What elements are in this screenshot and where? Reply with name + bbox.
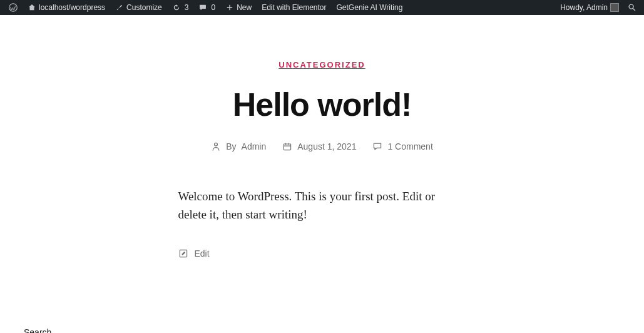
comments-count: 0 xyxy=(211,3,215,12)
svg-point-1 xyxy=(629,4,633,9)
svg-point-2 xyxy=(215,143,218,146)
admin-bar-right: Howdy, Admin xyxy=(555,0,640,15)
post-content: Welcome to WordPress. This is your first… xyxy=(178,188,466,223)
site-name-text: localhost/wordpress xyxy=(39,3,105,12)
account-link[interactable]: Howdy, Admin xyxy=(555,0,624,15)
customize-link[interactable]: Customize xyxy=(110,0,167,15)
post-date-text: August 1, 2021 xyxy=(297,141,356,151)
post-title: Hello world! xyxy=(97,87,548,123)
updates-link[interactable]: 3 xyxy=(167,0,194,15)
edit-icon xyxy=(178,248,188,259)
post-author: By Admin xyxy=(211,141,266,151)
post-comments-link[interactable]: 1 Comment xyxy=(372,141,432,151)
getgenie-link[interactable]: GetGenie AI Writing xyxy=(332,0,408,15)
edit-label: Edit xyxy=(195,248,210,259)
plus-icon xyxy=(225,3,234,12)
admin-search-button[interactable] xyxy=(624,0,640,15)
home-icon xyxy=(28,3,36,12)
updates-count: 3 xyxy=(185,3,189,12)
comment-bubble-icon xyxy=(198,3,207,12)
wp-admin-bar: localhost/wordpress Customize 3 0 New Ed… xyxy=(0,0,644,15)
brush-icon xyxy=(115,3,124,12)
search-heading: Search xyxy=(24,327,644,333)
post-category-link[interactable]: UNCATEGORIZED xyxy=(279,60,365,69)
edit-post-link[interactable]: Edit xyxy=(178,248,466,259)
elementor-label: Edit with Elementor xyxy=(262,3,326,12)
svg-rect-3 xyxy=(284,144,291,150)
post-author-link[interactable]: Admin xyxy=(242,141,267,151)
site-name-link[interactable]: localhost/wordpress xyxy=(23,0,110,15)
new-content-link[interactable]: New xyxy=(220,0,257,15)
wp-logo[interactable] xyxy=(4,0,23,15)
post-body: Welcome to WordPress. This is your first… xyxy=(178,188,466,259)
post-header: UNCATEGORIZED Hello world! By Admin Augu… xyxy=(97,15,548,151)
update-icon xyxy=(172,3,181,12)
post-date: August 1, 2021 xyxy=(282,141,356,151)
comment-icon xyxy=(372,141,382,151)
post-by-label: By xyxy=(226,141,236,151)
avatar xyxy=(610,3,619,12)
post-comment-count: 1 Comment xyxy=(387,141,432,151)
person-icon xyxy=(211,141,221,151)
comments-link[interactable]: 0 xyxy=(193,0,220,15)
post-meta: By Admin August 1, 2021 1 Comment xyxy=(97,141,548,151)
edit-with-elementor-link[interactable]: Edit with Elementor xyxy=(257,0,331,15)
howdy-text: Howdy, Admin xyxy=(560,3,608,12)
search-icon xyxy=(628,3,636,12)
wordpress-icon xyxy=(9,3,18,12)
new-label: New xyxy=(237,3,252,12)
calendar-icon xyxy=(282,141,292,151)
admin-bar-left: localhost/wordpress Customize 3 0 New Ed… xyxy=(4,0,407,15)
customize-label: Customize xyxy=(126,3,162,12)
getgenie-label: GetGenie AI Writing xyxy=(337,3,403,12)
